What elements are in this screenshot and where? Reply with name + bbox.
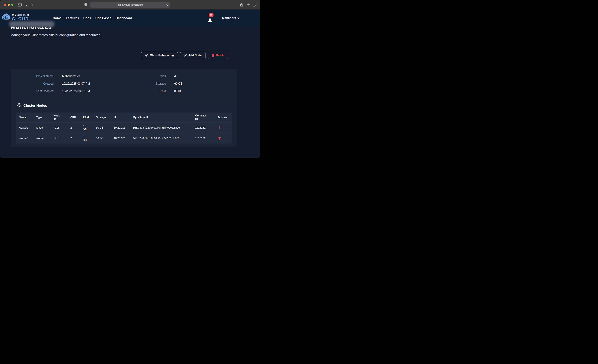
mycelium-cloud-logo[interactable]: MYCLIUM CLOUD: [2, 13, 29, 21]
forward-icon[interactable]: [31, 3, 33, 7]
sidebar-toggle-icon[interactable]: [17, 3, 22, 7]
node-mycelium-ip: 5d8:78ea:a120:f40c:ff0f:a5fe:99e6:8b96: [130, 123, 192, 133]
info-label: CPU: [129, 74, 166, 78]
toolbar: Show Kubeconfig Add Node Delete: [141, 52, 228, 59]
cloud-tree-logo-icon: [2, 13, 11, 21]
privacy-shield-icon[interactable]: [84, 3, 87, 7]
node-mycelium-ip: 446:d2a6:8bcd:8c16:ff0f:72e2:3114:863f: [130, 133, 192, 143]
info-value: 60 GB: [174, 82, 183, 85]
delete-node-button[interactable]: [217, 137, 221, 140]
node-actions: [214, 133, 232, 143]
nav-link-home[interactable]: Home: [53, 16, 62, 20]
cluster-details-panel: Project Name Mahendra123 Created 10/29/2…: [11, 69, 237, 147]
node-id: 1715: [50, 133, 67, 143]
user-name: Mahendra: [222, 16, 236, 20]
node-storage: 30 GB: [93, 123, 110, 133]
trash-icon: [212, 54, 214, 57]
browser-window: https://myceliumcloud.tf ↻ Mahendra123 M…: [0, 0, 260, 158]
user-menu[interactable]: Mahendra: [222, 9, 240, 26]
col-header-type: Type: [33, 113, 50, 122]
nav-link-features[interactable]: Features: [66, 16, 79, 20]
col-header-node-id: Node ID: [50, 113, 67, 122]
col-header-mycelium-ip: Mycelium IP: [130, 113, 192, 122]
bell-icon: [208, 18, 212, 24]
node-id: 7915: [50, 123, 67, 133]
new-tab-icon[interactable]: [247, 3, 250, 6]
tab-overview-icon[interactable]: [253, 3, 257, 7]
page-content: Mahendra123 Manage your Kubernetes clust…: [0, 9, 260, 158]
info-value: 4: [174, 74, 183, 78]
info-value: 10/29/2025 03:07 PM: [62, 82, 90, 85]
cluster-nodes-heading: Cluster Nodes: [17, 103, 47, 108]
info-value: 10/29/2025 03:07 PM: [62, 90, 90, 93]
zoom-window-button[interactable]: [11, 4, 13, 6]
show-kubeconfig-button[interactable]: Show Kubeconfig: [141, 52, 178, 59]
node-name: Worker1: [16, 133, 33, 143]
notification-badge: 11: [209, 13, 214, 17]
info-label: Last Updated: [11, 90, 54, 93]
minimize-window-button[interactable]: [8, 4, 10, 6]
notifications-button[interactable]: 11: [208, 14, 214, 23]
table-row: Worker1 worker 1715 2 4 GB 30 GB 10.20.3…: [16, 133, 232, 143]
nav-link-dashboard[interactable]: Dashboard: [116, 16, 132, 20]
nav-link-docs[interactable]: Docs: [83, 16, 91, 20]
node-type: worker: [33, 133, 50, 143]
node-type: leader: [33, 123, 50, 133]
info-label: Created: [11, 82, 54, 85]
browser-chrome: https://myceliumcloud.tf ↻: [0, 0, 260, 9]
trash-icon: [218, 137, 221, 140]
page-subtitle: Manage your Kubernetes cluster configura…: [10, 33, 100, 37]
logo-line-cloud: CLOUD: [12, 17, 29, 21]
traffic-lights: [4, 4, 13, 6]
network-nodes-icon: [17, 103, 21, 108]
info-value: Mahendra123: [62, 74, 90, 78]
show-kubeconfig-label: Show Kubeconfig: [150, 54, 174, 57]
info-label: Project Name: [11, 74, 54, 78]
delete-node-button[interactable]: [217, 126, 221, 129]
node-ip: 10.20.3.2: [110, 133, 130, 143]
node-cpu: 2: [67, 123, 80, 133]
address-bar[interactable]: https://myceliumcloud.tf ↻: [90, 2, 170, 8]
node-ram: 4 GB: [80, 123, 93, 133]
add-node-label: Add Node: [188, 54, 202, 57]
cluster-nodes-title: Cluster Nodes: [23, 104, 47, 108]
chevron-down-icon: [238, 17, 240, 20]
delete-label: Delete: [216, 54, 224, 57]
reload-icon[interactable]: ↻: [166, 3, 168, 7]
col-header-cpu: CPU: [67, 113, 80, 122]
col-header-actions: Actions: [214, 113, 232, 122]
info-label: RAM: [129, 90, 166, 93]
node-name: Master1: [16, 123, 33, 133]
add-node-button[interactable]: Add Node: [180, 52, 206, 59]
col-header-name: Name: [16, 113, 33, 122]
eye-icon: [145, 54, 148, 57]
node-contract-id: 1613132: [192, 133, 214, 143]
delete-cluster-button[interactable]: Delete: [208, 52, 228, 59]
col-header-contract-id: Contract ID: [192, 113, 214, 122]
back-icon[interactable]: [25, 3, 27, 7]
cluster-info-left: Project Name Mahendra123 Created 10/29/2…: [11, 73, 90, 95]
url-text: https://myceliumcloud.tf: [117, 3, 143, 6]
node-storage: 30 GB: [93, 133, 110, 143]
node-actions: [214, 123, 232, 133]
blur-smudge: [9, 21, 54, 27]
table-row: Master1 leader 7915 2 4 GB 30 GB 10.20.2…: [16, 122, 232, 133]
info-label: Storage: [129, 82, 166, 85]
share-icon[interactable]: [240, 3, 243, 7]
nav-links: Home Features Docs Use Cases Dashboard: [53, 9, 132, 26]
col-header-storage: Storage: [93, 113, 110, 122]
nodes-table: Name Type Node ID CPU RAM Storage IP Myc…: [16, 113, 232, 143]
trash-icon: [218, 126, 221, 129]
table-header-row: Name Type Node ID CPU RAM Storage IP Myc…: [16, 113, 232, 122]
info-value: 8 GB: [174, 90, 183, 93]
col-header-ram: RAM: [80, 113, 93, 122]
logo-line-mycelium: MYCLIUM: [12, 14, 29, 17]
pencil-icon: [184, 54, 187, 57]
node-ram: 4 GB: [80, 133, 93, 143]
node-cpu: 2: [67, 133, 80, 143]
cluster-info-right: CPU 4 Storage 60 GB RAM 8 GB: [129, 73, 183, 95]
node-contract-id: 1613131: [192, 123, 214, 133]
close-window-button[interactable]: [4, 4, 6, 6]
logo-e-bars-icon: [19, 14, 21, 17]
nav-link-use-cases[interactable]: Use Cases: [95, 16, 111, 20]
